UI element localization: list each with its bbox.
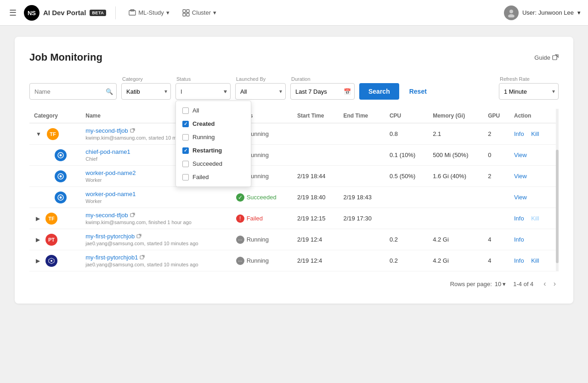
tfjob-icon-1: TF xyxy=(47,128,59,140)
row2-name[interactable]: my-second-tfjob xyxy=(85,212,128,219)
row1-info-btn[interactable]: Info xyxy=(514,130,524,137)
dropdown-label-running: Running xyxy=(192,134,215,141)
status-dropdown-trigger[interactable]: I ▾ xyxy=(175,83,231,100)
refresh-select-wrap: 30 Seconds1 Minute5 MinutesOff xyxy=(499,83,559,100)
row1-1-cpu: 0.1 (10%) xyxy=(385,145,428,166)
dropdown-item-succeeded[interactable]: Succeeded xyxy=(176,157,251,170)
worker2-icon xyxy=(55,170,67,182)
col-action: Action xyxy=(509,109,559,123)
row1-name[interactable]: my-second-tfjob xyxy=(85,127,128,134)
row2-mem xyxy=(428,208,483,229)
svg-rect-11 xyxy=(130,129,134,132)
refresh-select[interactable]: 30 Seconds1 Minute5 MinutesOff xyxy=(499,83,559,100)
user-menu[interactable]: User: Junwoon Lee ▾ xyxy=(504,6,581,20)
name-input[interactable] xyxy=(29,83,117,100)
beta-badge: BETA xyxy=(90,10,106,16)
row4-end xyxy=(339,250,384,271)
row3-cpu: 0.2 xyxy=(385,229,428,250)
dropdown-label-succeeded: Succeeded xyxy=(192,160,222,167)
row1-gpu: 2 xyxy=(483,123,509,145)
duration-label: Duration xyxy=(290,76,355,82)
row4-info-btn[interactable]: Info xyxy=(514,257,524,264)
page-header: Job Monitoring Guide xyxy=(29,51,559,63)
scrollbar-thumb[interactable] xyxy=(556,150,559,264)
row4-category: ▶ xyxy=(29,250,81,271)
rows-select[interactable]: 10 ▾ xyxy=(495,281,506,287)
row3-info-btn[interactable]: Info xyxy=(514,236,524,243)
row4-kill-btn[interactable]: Kill xyxy=(531,257,539,264)
row1-3-name[interactable]: worker-pod-name1 xyxy=(85,191,136,197)
category-label: Category xyxy=(121,76,171,82)
status-dropdown: All ✓ Created Running ✓ Restarting xyxy=(175,101,251,187)
expand-row1[interactable]: ▼ xyxy=(34,130,43,138)
row2-kill-btn[interactable]: Kill xyxy=(531,215,539,222)
dropdown-item-running[interactable]: Running xyxy=(176,130,251,144)
row2-status: ! Failed xyxy=(232,208,293,229)
row2-actions: Info Kill xyxy=(509,208,559,229)
table-container: Category Name Status Start Time End Time… xyxy=(29,109,559,271)
launched-select[interactable]: AllMeOthers xyxy=(235,83,286,100)
external-link-small-icon-2 xyxy=(130,213,135,218)
svg-point-8 xyxy=(509,10,513,13)
search-button[interactable]: Search xyxy=(359,83,399,100)
svg-rect-7 xyxy=(187,13,189,16)
col-memory: Memory (Gi) xyxy=(428,109,483,123)
expand-row3[interactable]: ▶ xyxy=(34,236,42,244)
row2-gpu xyxy=(483,208,509,229)
status-label: Status xyxy=(175,76,231,82)
table-row-child: worker-pod-name2 Worker ··· Running 2/19… xyxy=(29,166,559,187)
svg-point-15 xyxy=(60,175,62,177)
project-label: ML-Study xyxy=(138,9,164,16)
row1-3-gpu xyxy=(483,187,509,208)
row1-1-gpu: 0 xyxy=(483,145,509,166)
status-dot-running3: ··· xyxy=(236,236,244,244)
refresh-filter-group: Refresh Rate 30 Seconds1 Minute5 Minutes… xyxy=(499,76,559,100)
next-page-btn[interactable]: › xyxy=(551,279,559,289)
row3-name-cell: my-first-pytorchjob jae0.yang@samsung.co… xyxy=(81,229,231,250)
duration-filter-group: Duration 📅 xyxy=(290,76,355,100)
prev-page-btn[interactable]: ‹ xyxy=(541,279,548,289)
row1-3-view-btn[interactable]: View xyxy=(514,194,527,201)
row1-2-view-btn[interactable]: View xyxy=(514,173,527,180)
rows-per-page-value: 10 xyxy=(495,281,501,287)
col-category: Category xyxy=(29,109,81,123)
dropdown-item-restarting[interactable]: ✓ Restarting xyxy=(176,144,251,157)
row3-name[interactable]: my-first-pytorchjob xyxy=(85,233,135,240)
row1-1-name[interactable]: chief-pod-name1 xyxy=(85,148,130,155)
table-row: ▶ PT my-first-pytorchjob jae0.yang@samsu… xyxy=(29,229,559,250)
row1-1-view-btn[interactable]: View xyxy=(514,152,527,158)
project-menu[interactable]: ML-Study ▾ xyxy=(125,7,173,18)
dropdown-item-created[interactable]: ✓ Created xyxy=(176,117,251,130)
expand-row2[interactable]: ▶ xyxy=(34,214,42,223)
category-select[interactable]: KatibTFJobPyTorchJob xyxy=(121,83,171,100)
table-row: ▶ my-first-pytorchjob1 jae0.y xyxy=(29,250,559,271)
brand-logo: NS xyxy=(24,5,40,21)
row1-kill-btn[interactable]: Kill xyxy=(531,130,539,137)
dropdown-item-all[interactable]: All xyxy=(176,104,251,117)
row1-3-category xyxy=(29,187,81,208)
row3-mem: 4.2 Gi xyxy=(428,229,483,250)
table-row-child: worker-pod-name1 Worker ✓ Succeeded 2/19… xyxy=(29,187,559,208)
row1-2-gpu: 2 xyxy=(483,166,509,187)
expand-row4[interactable]: ▶ xyxy=(34,257,42,265)
row4-status: ··· Running xyxy=(232,250,293,271)
filters-row: 🔍 Category KatibTFJobPyTorchJob Status I… xyxy=(29,76,559,100)
dropdown-checkbox-running xyxy=(182,134,189,141)
guide-link[interactable]: Guide xyxy=(534,54,559,61)
row1-3-cpu xyxy=(385,187,428,208)
col-cpu: CPU xyxy=(385,109,428,123)
cluster-menu[interactable]: Cluster ▾ xyxy=(179,7,220,18)
reset-button[interactable]: Reset xyxy=(404,83,432,100)
nav-divider xyxy=(115,6,116,19)
row4-start: 2/19 12:4 xyxy=(293,250,339,271)
row4-mem: 4.2 Gi xyxy=(428,250,483,271)
status-value: I xyxy=(181,88,182,95)
row4-name[interactable]: my-first-pytorchjob1 xyxy=(85,254,138,261)
row1-2-name[interactable]: worker-pod-name2 xyxy=(85,169,136,176)
dropdown-item-failed[interactable]: Failed xyxy=(176,170,251,184)
hamburger-menu[interactable]: ☰ xyxy=(7,6,18,20)
external-link-icon xyxy=(552,54,559,61)
category-select-wrap: KatibTFJobPyTorchJob xyxy=(121,83,171,100)
row2-info-btn[interactable]: Info xyxy=(514,215,524,222)
row3-status: ··· Running xyxy=(232,229,293,250)
